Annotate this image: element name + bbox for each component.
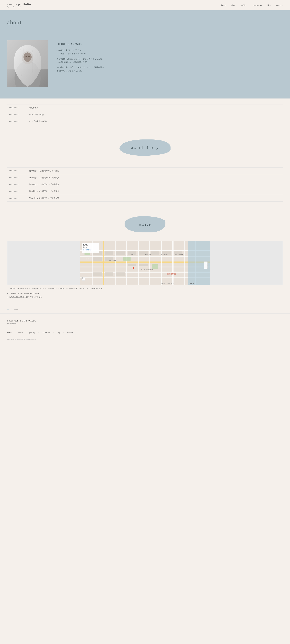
footer-nav-blog[interactable]: blog	[57, 332, 60, 334]
svg-rect-18	[138, 241, 139, 284]
access-item-0: JR山手線○○駅○番出口から南へ徒歩6分	[7, 292, 283, 295]
footer-dot-4: ●	[63, 332, 64, 334]
svg-rect-34	[128, 264, 137, 266]
award-text-2: 第00回サンプル部門サンプル賞受賞	[27, 181, 283, 188]
table-row: 0000.00.00 サンプル事務所を設立	[7, 118, 283, 125]
timeline-date-0: 0000.00.00	[7, 104, 27, 111]
timeline-date-2: 0000.00.00	[7, 118, 27, 125]
footer-nav-gallery[interactable]: gallery	[29, 332, 35, 334]
award-table: 0000.00.00 第00回サンプル部門サンプル賞受賞 0000.00.00 …	[7, 167, 283, 202]
nav-contact[interactable]: contact	[276, 4, 283, 6]
access-item-1: 地下鉄○○線○○駅○番出口から東へ徒歩10分	[7, 296, 283, 299]
map-info: この地図の上で右クリック → 「Googleマップ」→ 「Googleマップの編…	[7, 287, 283, 299]
svg-text:東京都: 東京都	[83, 246, 87, 248]
office-title: office	[139, 222, 151, 227]
svg-text:銀座・便覧館: 銀座・便覧館	[109, 260, 116, 261]
footer-nav-exhibition[interactable]: exhibition	[42, 332, 50, 334]
svg-text:Google: Google	[190, 283, 194, 284]
svg-text:中央区: 中央区	[83, 244, 88, 246]
site-title: sample portfolio	[7, 2, 31, 6]
award-date-4: 0000.00.00	[7, 195, 27, 202]
profile-photo	[7, 40, 48, 87]
map-svg: 有楽町 GINZA SIX 銀座・便覧館 ローソン 中央区役所 ファミリーマート…	[7, 241, 283, 284]
map-section: 有楽町 GINZA SIX 銀座・便覧館 ローソン 中央区役所 ファミリーマート…	[0, 238, 290, 305]
table-row: 0000.00.00 第00回サンプル部門サンプル賞受賞	[7, 174, 283, 181]
nav-blog[interactable]: blog	[267, 4, 271, 6]
site-header: sample portfolio by hanako yamada home a…	[0, 0, 290, 10]
svg-text:聖路加国際病院: 聖路加国際病院	[167, 273, 176, 275]
timeline-event-2: サンプル事務所を設立	[27, 118, 283, 125]
svg-rect-20	[161, 241, 162, 284]
breadcrumb-home[interactable]: ホーム	[7, 308, 12, 310]
footer-nav-contact[interactable]: contact	[67, 332, 73, 334]
svg-rect-37	[151, 252, 159, 255]
footer-nav-home[interactable]: home	[7, 332, 12, 334]
profile-bio: 0000年生まれ フォトグラファー 。 〇〇学部〇〇学科卒業後アメリカへ。 帰国…	[57, 48, 106, 72]
footer-site-title: SAMPLE PORTFOLIO	[7, 320, 283, 322]
table-row: 0000.00.00 第00回サンプル部門サンプル賞受賞	[7, 195, 283, 202]
svg-point-6	[28, 56, 30, 57]
site-subtitle: by hanako yamada	[7, 6, 31, 8]
profile-section: -Hanako Yamada 0000年生まれ フォトグラファー 。 〇〇学部〇…	[0, 38, 290, 98]
footer-nav: home ● about ● gallery ● exhibition ● bl…	[0, 327, 290, 338]
footer-copyright: Copyright (C) sample86 All Rights Reserv…	[0, 338, 290, 346]
award-date-0: 0000.00.00	[7, 168, 27, 174]
award-section-heading: award history	[0, 131, 290, 162]
svg-rect-26	[123, 257, 131, 261]
table-row: 0000.00.00 第00回サンプル部門サンプル賞受賞	[7, 168, 283, 174]
nav-gallery[interactable]: gallery	[241, 4, 248, 6]
table-row: 0000.00.00 第00回サンプル部門サンプル賞受賞	[7, 188, 283, 195]
office-section-heading: office	[0, 208, 290, 238]
table-row: 0000.00.00 サンプル会社勤務	[7, 111, 283, 118]
svg-rect-65	[82, 277, 83, 279]
svg-rect-19	[149, 241, 150, 284]
svg-text:地図データ ©2025 Google: 地図データ ©2025 Google	[161, 283, 174, 284]
hero-section: about	[0, 10, 290, 38]
timeline-date-1: 0000.00.00	[7, 111, 27, 118]
footer-dot-2: ●	[38, 332, 39, 334]
svg-rect-30	[105, 252, 113, 255]
footer-top: SAMPLE PORTFOLIO hanako yamada	[0, 314, 290, 327]
award-date-2: 0000.00.00	[7, 181, 27, 188]
map-container[interactable]: 有楽町 GINZA SIX 銀座・便覧館 ローソン 中央区役所 ファミリーマート…	[7, 241, 283, 285]
svg-rect-27	[152, 264, 158, 269]
svg-rect-17	[126, 241, 127, 284]
svg-rect-22	[184, 241, 185, 284]
award-text-1: 第00回サンプル部門サンプル賞受賞	[27, 174, 283, 181]
svg-text:ファミリーマート: ファミリーマート	[159, 254, 169, 255]
svg-rect-32	[116, 252, 125, 255]
timeline-event-1: サンプル会社勤務	[27, 111, 283, 118]
bio-line-1: 0000年生まれ フォトグラファー 。 〇〇学部〇〇学科卒業後アメリカへ。	[57, 48, 106, 55]
profile-name: -Hanako Yamada	[57, 42, 106, 46]
award-date-1: 0000.00.00	[7, 174, 27, 181]
main-nav: home about gallery exhibition blog conta…	[221, 4, 283, 6]
nav-exhibition[interactable]: exhibition	[253, 4, 262, 6]
bio-line-3: その後0000年に独立し、フリーランスとして活動を開始。 また同年、〇〇事務所を…	[57, 66, 106, 72]
breadcrumb-section: ホーム / about	[0, 305, 290, 314]
svg-rect-29	[93, 257, 102, 261]
nav-about[interactable]: about	[231, 4, 236, 6]
nav-home[interactable]: home	[221, 4, 226, 6]
page-title: about	[7, 19, 283, 26]
award-title: award history	[131, 145, 159, 150]
svg-rect-40	[93, 272, 102, 276]
timeline-event-0: 東京都出身	[27, 104, 283, 111]
office-blob: office	[125, 216, 166, 232]
svg-text:+: +	[205, 262, 207, 264]
table-row: 0000.00.00 東京都出身	[7, 104, 283, 111]
site-logo: sample portfolio by hanako yamada	[7, 2, 31, 8]
svg-point-4	[23, 52, 32, 62]
award-blob: award history	[120, 140, 170, 156]
footer-nav-about[interactable]: about	[18, 332, 23, 334]
bio-line-2: 帰国後は株式会社〇〇にフォトグラファーとして入社。 0000年に写真コンペで写真…	[57, 57, 106, 64]
timeline-table: 0000.00.00 東京都出身 0000.00.00 サンプル会社勤務 000…	[7, 104, 283, 125]
svg-rect-42	[116, 272, 125, 276]
award-text-0: 第00回サンプル部門サンプル賞受賞	[27, 168, 283, 174]
svg-rect-36	[139, 264, 148, 266]
svg-rect-15	[103, 241, 104, 284]
svg-text:−: −	[205, 266, 206, 268]
breadcrumb: ホーム / about	[7, 308, 283, 310]
svg-rect-41	[105, 272, 113, 276]
award-text-4: 第00回サンプル部門サンプル賞受賞	[27, 195, 283, 202]
table-row: 0000.00.00 第00回サンプル部門サンプル賞受賞	[7, 181, 283, 188]
